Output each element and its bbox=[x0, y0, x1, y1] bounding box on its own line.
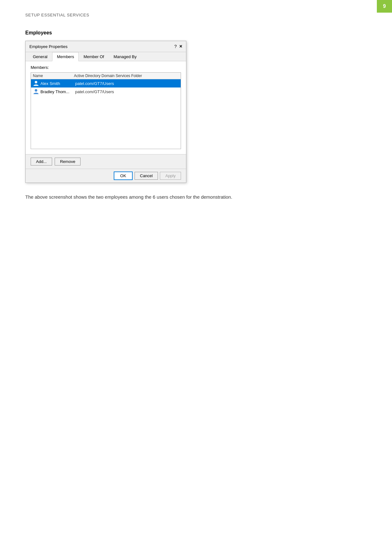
table-header: Name Active Directory Domain Services Fo… bbox=[31, 73, 181, 79]
help-icon[interactable]: ? bbox=[174, 44, 177, 49]
col-header-folder: Active Directory Domain Services Folder bbox=[74, 74, 179, 78]
member-folder: patel.com/GT7/Users bbox=[75, 81, 179, 86]
body-text: The above screenshot shows the two emplo… bbox=[25, 193, 367, 201]
page-header: SETUP ESSENTIAL SERVICES bbox=[25, 13, 367, 17]
remove-button[interactable]: Remove bbox=[55, 158, 81, 166]
dialog-bottom-bar: Add... Remove bbox=[26, 154, 186, 169]
tab-managed-by[interactable]: Managed By bbox=[109, 52, 141, 61]
close-icon[interactable]: × bbox=[179, 44, 182, 49]
user-icon bbox=[33, 80, 39, 87]
tab-general[interactable]: General bbox=[28, 52, 52, 61]
titlebar-controls: ? × bbox=[174, 44, 182, 49]
member-name: Alex Smith bbox=[40, 81, 75, 86]
dialog-footer: OK Cancel Apply bbox=[26, 169, 186, 183]
member-folder: patel.com/GT7/Users bbox=[75, 89, 179, 94]
members-label: Members: bbox=[31, 65, 181, 70]
table-body: Alex Smith patel.com/GT7/Users Bradley T… bbox=[31, 79, 181, 149]
cancel-button[interactable]: Cancel bbox=[135, 172, 158, 180]
table-row[interactable]: Bradley Thom... patel.com/GT7/Users bbox=[31, 87, 181, 96]
employee-properties-dialog: Employee Properties ? × General Members … bbox=[25, 41, 186, 183]
apply-button[interactable]: Apply bbox=[160, 172, 181, 180]
svg-point-0 bbox=[35, 81, 37, 83]
dialog-titlebar: Employee Properties ? × bbox=[26, 41, 186, 52]
tab-member-of[interactable]: Member Of bbox=[79, 52, 109, 61]
page-number-badge: 9 bbox=[377, 0, 392, 13]
add-button[interactable]: Add... bbox=[31, 158, 52, 166]
user-icon bbox=[33, 88, 39, 95]
member-name: Bradley Thom... bbox=[40, 89, 75, 94]
section-heading: Employees bbox=[25, 30, 367, 36]
col-header-name: Name bbox=[33, 74, 74, 78]
dialog-tabs: General Members Member Of Managed By bbox=[26, 52, 186, 61]
dialog-body: Members: Name Active Directory Domain Se… bbox=[26, 61, 186, 154]
members-table: Name Active Directory Domain Services Fo… bbox=[31, 72, 181, 149]
table-row[interactable]: Alex Smith patel.com/GT7/Users bbox=[31, 79, 181, 87]
svg-point-1 bbox=[35, 89, 37, 92]
ok-button[interactable]: OK bbox=[114, 172, 133, 180]
tab-members[interactable]: Members bbox=[52, 52, 79, 61]
dialog-title: Employee Properties bbox=[29, 44, 68, 49]
